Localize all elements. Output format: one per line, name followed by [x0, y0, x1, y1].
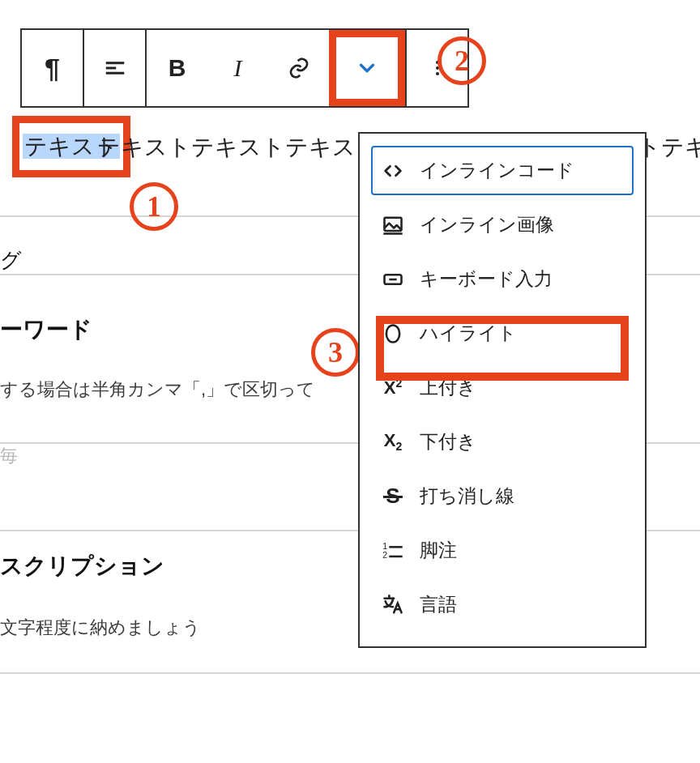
- italic-button[interactable]: I: [207, 30, 268, 106]
- dropdown-item-language[interactable]: 言語: [371, 580, 634, 629]
- dropdown-item-label: 打ち消し線: [420, 484, 514, 509]
- superscript-icon: X2: [381, 376, 405, 400]
- align-button[interactable]: [84, 30, 145, 106]
- form-help-text: する場合は半角カンマ「,」で区切って: [0, 377, 315, 402]
- annotation-callout-2: 2: [438, 36, 486, 85]
- pilcrow-icon: ¶: [45, 53, 60, 84]
- svg-text:2: 2: [382, 550, 387, 560]
- dropdown-item-label: 上付き: [420, 375, 476, 400]
- dropdown-item-strikethrough[interactable]: S 打ち消し線: [371, 471, 634, 521]
- dropdown-item-label: インラインコード: [420, 158, 574, 183]
- subscript-icon: X2: [381, 430, 405, 454]
- more-formatting-button[interactable]: [329, 30, 405, 106]
- svg-text:1: 1: [382, 540, 387, 550]
- keyboard-icon: [381, 267, 405, 292]
- dropdown-item-superscript[interactable]: X2 上付き: [371, 363, 634, 412]
- svg-point-5: [436, 72, 439, 75]
- dropdown-item-highlight[interactable]: ハイライト: [371, 309, 634, 358]
- bold-button[interactable]: B: [147, 30, 207, 106]
- dropdown-item-label: キーボード入力: [420, 266, 553, 292]
- chevron-down-icon: [355, 56, 379, 80]
- annotation-callout-3: 3: [311, 328, 360, 377]
- dropdown-item-footnote[interactable]: 12 脚注: [371, 526, 634, 575]
- dropdown-item-inline-image[interactable]: インライン画像: [371, 200, 634, 249]
- highlight-icon: [381, 322, 405, 346]
- strikethrough-icon: S: [381, 484, 405, 509]
- dropdown-item-label: ハイライト: [420, 321, 517, 346]
- block-type-button[interactable]: ¶: [22, 30, 83, 106]
- link-button[interactable]: [268, 30, 329, 106]
- code-icon: [381, 159, 405, 183]
- block-toolbar: ¶ B I: [20, 28, 469, 108]
- dropdown-item-label: 脚注: [420, 538, 457, 563]
- form-label-fragment: グ: [0, 246, 22, 275]
- dropdown-item-label: 下付き: [420, 429, 476, 454]
- more-formatting-dropdown: インラインコード インライン画像 キーボード入力 ハイライト X2 上付き X2…: [358, 132, 647, 648]
- align-left-icon: [103, 56, 127, 80]
- form-help-text: 文字程度に納めましょう: [0, 616, 201, 640]
- dropdown-item-inline-code[interactable]: インラインコード: [371, 146, 634, 195]
- dropdown-item-label: インライン画像: [420, 212, 554, 237]
- link-icon: [287, 56, 311, 80]
- dropdown-item-subscript[interactable]: X2 下付き: [371, 417, 634, 467]
- bold-icon: B: [169, 54, 186, 82]
- image-icon: [381, 213, 405, 237]
- dropdown-item-label: 言語: [420, 592, 457, 617]
- footnote-icon: 12: [381, 539, 405, 563]
- form-label-description: スクリプション: [0, 551, 164, 582]
- form-placeholder: 毎: [0, 444, 18, 468]
- annotation-callout-1: 1: [130, 182, 178, 231]
- italic-icon: I: [234, 54, 242, 82]
- language-icon: [381, 593, 405, 617]
- dropdown-item-keyboard-input[interactable]: キーボード入力: [371, 254, 634, 304]
- form-label-keyword: ーワード: [0, 314, 92, 345]
